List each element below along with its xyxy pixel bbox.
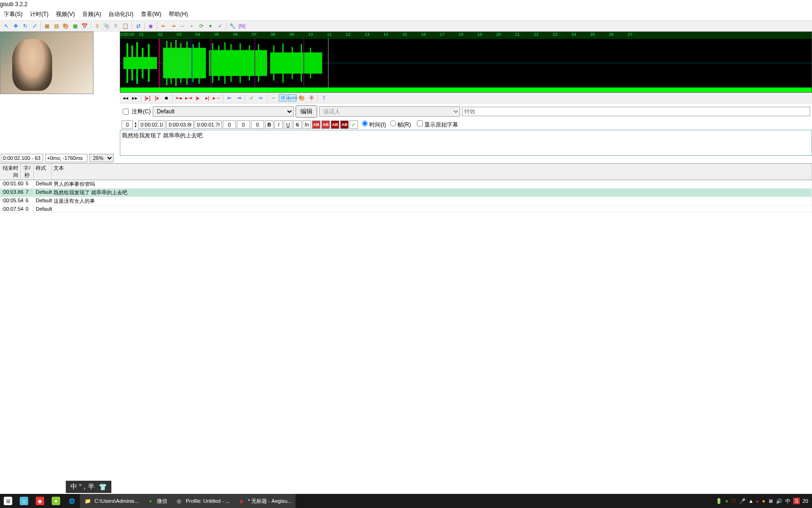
play-prev-icon[interactable]: ◂◂	[121, 94, 130, 102]
tool-snap-icon[interactable]: ↔	[178, 22, 187, 30]
video-time-input[interactable]	[1, 154, 43, 162]
tool-copy-icon[interactable]: 📋	[121, 22, 130, 30]
lead-in-icon[interactable]: ⇤	[225, 94, 234, 102]
commit-text-button[interactable]: ✓	[350, 120, 358, 129]
col-text-header[interactable]: 文本	[52, 164, 812, 180]
spectrum-icon[interactable]: 🎨	[297, 94, 306, 102]
autoscroll-icon[interactable]: ↔	[269, 94, 278, 102]
show-original-checkbox[interactable]	[417, 120, 423, 127]
tool-snap3-icon[interactable]: ⟳	[197, 22, 205, 30]
comment-checkbox[interactable]	[123, 109, 129, 115]
frame-radio[interactable]	[390, 120, 396, 127]
toggle-icon[interactable]: ℐ	[320, 94, 328, 102]
tool-snap2-icon[interactable]: ▪	[187, 22, 196, 30]
tool-grid-icon[interactable]: ▦	[71, 22, 79, 30]
svg-rect-1	[124, 57, 157, 69]
autocommit-icon[interactable]: ⟳	[279, 94, 287, 102]
color2-button[interactable]: AB	[321, 120, 330, 129]
time-radio[interactable]	[362, 120, 368, 127]
waveform-selection[interactable]	[159, 39, 192, 87]
svg-rect-19	[230, 44, 232, 82]
color4-button[interactable]: AB	[340, 120, 349, 129]
svg-rect-5	[142, 48, 144, 79]
play-500-before-icon[interactable]: |▸	[194, 94, 202, 102]
svg-rect-16	[212, 43, 213, 83]
style-select[interactable]: Default	[153, 106, 294, 117]
commit-icon[interactable]: ✓	[247, 94, 256, 102]
edit-style-button[interactable]: 编辑	[296, 105, 317, 118]
video-offset-input[interactable]	[45, 154, 87, 162]
end-time-input[interactable]	[166, 120, 194, 129]
grid-row[interactable]: :00:03.867Default既然给我发现了 就乖乖的上去吧	[0, 189, 812, 197]
play-after-icon[interactable]: ▸⇥	[184, 94, 193, 102]
grid-row[interactable]: :00:05.546Default这里没有女人的事	[0, 197, 812, 206]
strike-button[interactable]: S	[293, 120, 302, 129]
tool-color-icon[interactable]: 🎨	[62, 22, 70, 30]
underline-button[interactable]: U	[284, 120, 292, 129]
grid-row[interactable]: :00:07.540Default	[0, 206, 812, 213]
waveform-ruler: 0:00:00 01 02 03 04 05 06 07 08 09 10 11…	[120, 32, 812, 39]
color3-button[interactable]: AB	[331, 120, 339, 129]
tool-style-icon[interactable]: 𝑺	[93, 22, 102, 30]
tool-rotate-icon[interactable]: ↻	[21, 22, 29, 30]
waveform[interactable]: 0:00:00 01 02 03 04 05 06 07 08 09 10 11…	[120, 32, 812, 93]
play-before-icon[interactable]: ⇤▸	[175, 94, 183, 102]
tool-arrow-icon[interactable]: ↖	[2, 22, 10, 30]
tool-shift-icon[interactable]: ⇄	[134, 22, 142, 30]
menu-automation[interactable]: 自动化(U)	[105, 9, 137, 19]
duration-input[interactable]	[195, 120, 222, 129]
menu-audio[interactable]: 音频(A)	[78, 9, 105, 19]
font-button[interactable]: fn	[303, 120, 311, 129]
color1-button[interactable]: AB	[312, 120, 320, 129]
layer-input[interactable]	[122, 120, 133, 129]
subtitle-text-input[interactable]: 既然给我发现了 就乖乖的上去吧	[120, 130, 812, 156]
play-500-after-icon[interactable]: ▸|	[203, 94, 211, 102]
lead-out-icon[interactable]: ⇥	[234, 94, 243, 102]
layer-up-icon[interactable]: ▲	[134, 121, 137, 125]
grid-row[interactable]: :00:01.605Default男人的事要你管吗	[0, 180, 812, 189]
tool-n-icon[interactable]: {N}	[238, 22, 246, 30]
karaoke-icon[interactable]: 卡	[307, 94, 315, 102]
menu-view[interactable]: 查看(W)	[137, 9, 165, 19]
tool-jump-end-icon[interactable]: ⇥	[169, 22, 177, 30]
play-line-icon[interactable]: [▸	[153, 94, 161, 102]
tool-attach-icon[interactable]: 📎	[102, 22, 111, 30]
tool-wrench-icon[interactable]: 🔧	[228, 22, 237, 30]
play-to-end-icon[interactable]: ▸→	[212, 94, 221, 102]
actor-select[interactable]: 说话人	[319, 106, 460, 117]
col-style-header[interactable]: 样式	[34, 164, 52, 180]
margin-l-input[interactable]	[223, 120, 236, 129]
effect-input[interactable]	[462, 107, 810, 116]
tool-scale-icon[interactable]: ⤢	[30, 22, 39, 30]
goto-icon[interactable]: ➪	[257, 94, 265, 102]
bold-button[interactable]: B	[265, 120, 273, 129]
tool-clip-icon[interactable]: ▦	[43, 22, 51, 30]
menu-subtitle[interactable]: 字幕(S)	[0, 9, 26, 19]
layer-down-icon[interactable]: ▼	[134, 125, 137, 128]
svg-rect-13	[193, 44, 194, 82]
stop-icon[interactable]: ■	[162, 94, 171, 102]
audio-panel: 0:00:00 01 02 03 04 05 06 07 08 09 10 11…	[120, 32, 812, 163]
menu-video[interactable]: 视频(V)	[52, 9, 78, 19]
col-cps-header[interactable]: 字/秒	[21, 164, 34, 180]
italic-button[interactable]: I	[274, 120, 283, 129]
tool-jump-start-icon[interactable]: ⇤	[159, 22, 168, 30]
tool-spell-icon[interactable]: ✓	[216, 22, 224, 30]
tool-check-icon[interactable]: ▾	[206, 22, 215, 30]
tool-font-icon[interactable]: F	[112, 22, 120, 30]
autonext-icon[interactable]: AUTO	[288, 94, 297, 102]
play-sel-icon[interactable]: [▸]	[143, 94, 152, 102]
col-end-header[interactable]: 结束时间	[0, 164, 21, 180]
play-next-icon[interactable]: ▸▸	[131, 94, 139, 102]
start-time-input[interactable]	[138, 120, 165, 129]
margin-r-input[interactable]	[237, 120, 250, 129]
tool-assist-icon[interactable]: ◉	[147, 22, 155, 30]
menu-timing[interactable]: 计时(T)	[26, 9, 52, 19]
tool-cal-icon[interactable]: 📅	[80, 22, 89, 30]
margin-v-input[interactable]	[251, 120, 264, 129]
tool-vclip-icon[interactable]: ▨	[52, 22, 61, 30]
tool-drag-icon[interactable]: ✥	[11, 22, 20, 30]
menu-help[interactable]: 帮助(H)	[165, 9, 192, 19]
video-preview[interactable]	[0, 32, 94, 94]
video-zoom-select[interactable]: 25%	[89, 154, 114, 162]
